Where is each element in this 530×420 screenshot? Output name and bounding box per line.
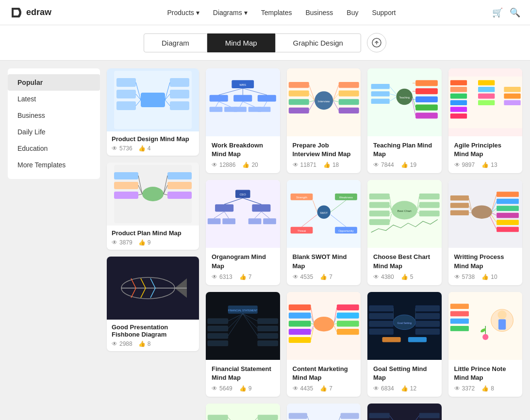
svg-point-237: [482, 334, 488, 340]
card-fishbone[interactable]: Good Presentation Fishbone Diagram 👁 298…: [107, 257, 199, 351]
svg-rect-103: [478, 80, 495, 85]
nav-business[interactable]: Business: [306, 9, 333, 16]
card-stats: 👁 3879 👍 9: [112, 239, 194, 246]
svg-point-235: [497, 310, 506, 319]
svg-point-195: [313, 317, 334, 332]
upload-button[interactable]: [367, 33, 386, 52]
nav-products[interactable]: Products ▾: [167, 9, 199, 16]
like-icon: 👍: [481, 162, 489, 168]
eye-icon: 👁: [454, 385, 460, 392]
card-work-breakdown[interactable]: WBS: [206, 68, 280, 173]
svg-rect-159: [497, 192, 519, 197]
svg-rect-120: [263, 219, 276, 225]
tab-mindmap[interactable]: Mind Map: [207, 33, 275, 52]
svg-rect-143: [369, 194, 390, 199]
svg-rect-147: [419, 194, 440, 199]
card-organogram[interactable]: CEO O: [206, 180, 280, 285]
card-product-execution[interactable]: Execution Plan Pro: [287, 404, 361, 420]
card-mindmap-template[interactable]: Mind Map Template: [206, 404, 280, 420]
card-content-marketing[interactable]: Content Marketing Mind Map 👁 4435 👍 7: [287, 292, 361, 397]
svg-rect-274: [419, 413, 440, 419]
card-product-design[interactable]: Product Design Mind Map 👁 5736 👍 4: [107, 68, 199, 156]
tab-graphicdesign[interactable]: Graphic Design: [275, 33, 361, 52]
eye-icon: 👁: [373, 385, 379, 392]
card-financial-statement[interactable]: FINANCIAL STATEMENT: [206, 292, 280, 397]
card-stats: 👁 11871 👍 18: [293, 162, 355, 168]
svg-rect-92: [371, 98, 390, 104]
card-goal-setting[interactable]: Goal Setting: [367, 292, 442, 397]
svg-rect-48: [210, 107, 223, 112]
like-icon: 👍: [481, 274, 489, 280]
svg-rect-68: [338, 108, 359, 113]
like-icon: 👍: [138, 239, 146, 246]
svg-rect-242: [208, 415, 228, 420]
svg-rect-144: [369, 202, 390, 208]
svg-rect-146: [369, 219, 390, 225]
likes-stat: 👍 4: [138, 145, 151, 152]
nav-support[interactable]: Support: [372, 9, 396, 16]
card-product-plan[interactable]: Product Plan Mind Map 👁 3879 👍 9: [107, 162, 199, 250]
svg-rect-221: [415, 306, 440, 311]
svg-rect-203: [336, 321, 359, 326]
cart-icon[interactable]: 🛒: [492, 7, 503, 18]
svg-rect-171: [450, 195, 468, 201]
svg-rect-197: [288, 312, 311, 318]
svg-rect-164: [497, 227, 519, 232]
nav-buy[interactable]: Buy: [347, 9, 358, 16]
card-thumb-svg: [206, 404, 280, 420]
svg-rect-64: [288, 108, 309, 113]
nav-diagrams[interactable]: Diagrams ▾: [213, 9, 248, 16]
svg-rect-102: [450, 113, 466, 119]
like-icon: 👍: [242, 162, 249, 168]
eye-icon: 👁: [212, 274, 217, 280]
sidebar-item-latest[interactable]: Latest: [8, 91, 100, 107]
sidebar-item-popular[interactable]: Popular: [8, 74, 100, 91]
svg-rect-196: [288, 305, 311, 310]
likes-stat: 👍 9: [138, 239, 151, 246]
svg-rect-162: [497, 213, 519, 218]
svg-rect-173: [450, 210, 468, 216]
card-job-interview[interactable]: Interview: [287, 68, 361, 173]
svg-rect-172: [450, 203, 468, 209]
svg-rect-83: [415, 105, 438, 111]
svg-rect-109: [504, 100, 520, 105]
card-thumb-svg: [448, 180, 523, 248]
card-writing-process[interactable]: Writting Process Mind Map 👁 5738 👍 10: [448, 180, 523, 285]
card-thumb-svg: Teaching: [367, 68, 442, 136]
card-little-prince[interactable]: Little Prince Note Mind Map 👁 3372 👍 8: [448, 292, 523, 397]
eye-icon: 👁: [112, 340, 117, 347]
eye-icon: 👁: [373, 274, 379, 280]
card-thumb-svg: [367, 404, 442, 420]
card-best-chart[interactable]: Best Chart: [367, 180, 442, 285]
card-stats: 👁 4380 👍 5: [373, 274, 436, 280]
card-swot[interactable]: SWOT Strength Weakness Threat Opportunit…: [287, 180, 361, 285]
eye-icon: 👁: [112, 145, 117, 152]
tab-diagram[interactable]: Diagram: [144, 33, 207, 52]
card-title: Goal Setting Mind Map: [373, 365, 436, 382]
eye-icon: 👁: [212, 385, 217, 392]
sidebar-item-business[interactable]: Business: [8, 107, 100, 124]
svg-rect-181: [208, 326, 228, 331]
svg-rect-100: [450, 100, 466, 105]
svg-rect-62: [288, 91, 309, 97]
card-thumb-svg: [287, 292, 361, 360]
like-icon: 👍: [323, 162, 331, 168]
eye-icon: 👁: [454, 274, 460, 280]
sidebar-item-dailylife[interactable]: Daily Life: [8, 124, 100, 140]
svg-rect-107: [504, 87, 520, 92]
card-creative-mindmap[interactable]: Creative Mind Map: [367, 404, 442, 420]
svg-text:CEO: CEO: [240, 193, 246, 196]
card-agile-principles[interactable]: Agile Principles Mind Map 👁 9897 👍 13: [448, 68, 523, 173]
card-stats: 👁 12886 👍 20: [212, 162, 274, 168]
card-title: Choose Best Chart Mind Map: [373, 253, 436, 270]
search-icon[interactable]: 🔍: [510, 7, 520, 18]
card-title: Work Breakdown Mind Map: [212, 141, 274, 159]
eye-icon: 👁: [293, 274, 298, 280]
sidebar-item-education[interactable]: Education: [8, 140, 100, 157]
card-teaching-plan[interactable]: Teaching: [367, 68, 442, 173]
logo[interactable]: edraw: [10, 6, 51, 19]
svg-rect-98: [450, 87, 466, 92]
sidebar-item-moretemplates[interactable]: More Templates: [8, 157, 100, 173]
nav-templates[interactable]: Templates: [261, 9, 292, 16]
svg-rect-2: [141, 93, 165, 107]
